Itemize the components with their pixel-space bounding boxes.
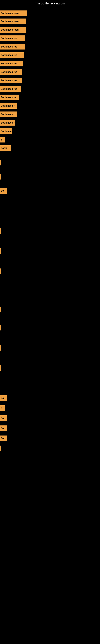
bar-item: [0, 345, 1, 350]
bar-label: Bottleneck re: [0, 96, 16, 99]
bar-label: Bottleneck res: [0, 71, 18, 74]
bar-item: [0, 174, 1, 180]
bar-item: Bottleneck resu: [0, 18, 26, 24]
bar-item: Bo: [0, 395, 7, 401]
bar-item: Bottleneck resu: [0, 27, 26, 32]
bar-label: Bott: [0, 437, 6, 440]
bar-item: Bottleneck re: [0, 94, 19, 100]
bar-item: [0, 160, 1, 166]
bar-label: B: [0, 138, 3, 141]
bar-label: Bottleneck resu: [0, 20, 19, 23]
bar-item: Bottleneck r: [0, 112, 17, 117]
bar-label: Bottleneck res: [0, 62, 18, 65]
bar-item: Bottleneck r: [0, 103, 17, 109]
bar-item: Bottleneck r: [0, 120, 15, 126]
bar-label: Bo: [0, 427, 4, 430]
bar-label: Bo: [0, 190, 4, 192]
bar-label: Bottleneck r: [0, 113, 15, 116]
bar-item: Bottleneck res: [0, 69, 22, 75]
bar-item: [0, 446, 1, 451]
bar-item: B: [0, 137, 5, 142]
bar-label: Bottleneck res: [0, 88, 18, 90]
bar-item: [0, 325, 1, 330]
bar-item: Bottle: [0, 145, 11, 151]
site-title: TheBottlenecker.com: [0, 0, 100, 7]
bar-label: Bottleneck res: [0, 54, 18, 56]
bar-label: Bottleneck res: [0, 45, 18, 48]
bar-item: Bottleneck res: [0, 44, 25, 50]
bar-label: Bo: [0, 417, 4, 420]
bar-label: Bottleneck res: [0, 37, 18, 40]
bar-item: Bottleneck res: [0, 36, 25, 41]
bar-label: Bottle: [0, 147, 8, 150]
bar-item: [0, 228, 1, 234]
bar-label: B: [0, 407, 3, 410]
bar-item: Bo: [0, 416, 7, 421]
bar-label: Bo: [0, 397, 4, 400]
bar-item: [0, 365, 1, 371]
bar-item: Bottleneck res: [0, 78, 22, 83]
bar-item: Bottleneck resu: [0, 10, 27, 16]
bar-label: Bottleneck resu: [0, 28, 19, 31]
bar-item: Bottleneck res: [0, 52, 24, 58]
bar-item: [0, 248, 1, 254]
bar-label: Bottleneck resu: [0, 12, 19, 15]
bar-label: Bottleneck: [0, 130, 12, 132]
bar-item: [0, 268, 1, 274]
bar-item: Bo: [0, 188, 7, 194]
bar-label: Bottleneck r: [0, 104, 15, 107]
bar-item: [0, 307, 1, 312]
bar-item: Bottleneck: [0, 128, 12, 134]
bar-item: B: [0, 405, 5, 411]
bar-item: Bottleneck res: [0, 86, 21, 92]
bar-item: Bo: [0, 426, 7, 431]
bar-label: Bottleneck res: [0, 79, 18, 82]
bar-item: Bott: [0, 436, 7, 441]
bar-label: Bottleneck r: [0, 121, 15, 124]
bar-item: Bottleneck res: [0, 61, 23, 66]
